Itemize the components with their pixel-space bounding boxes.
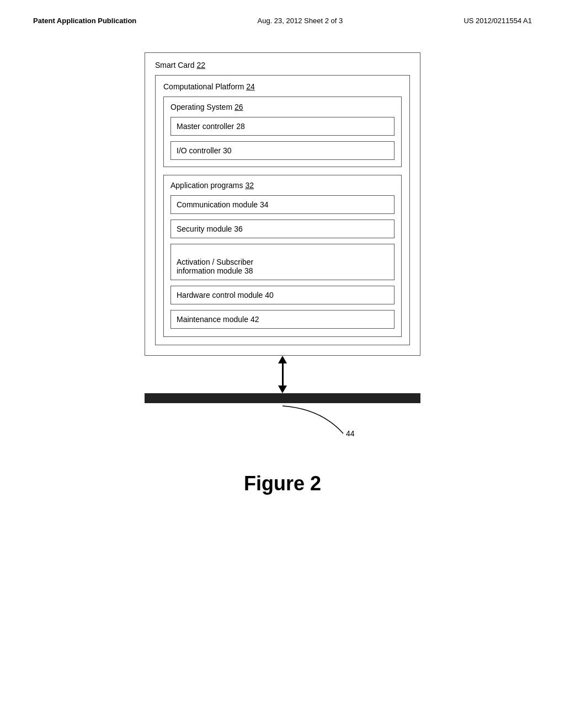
io-controller-box: I/O controller 30 bbox=[170, 141, 395, 160]
smart-card-box: Smart Card 22 Computational Platform 24 … bbox=[145, 52, 420, 356]
arrow-line bbox=[282, 363, 284, 386]
interface-box bbox=[145, 393, 420, 403]
double-arrow bbox=[278, 356, 287, 393]
os-label: Operating System 26 bbox=[170, 103, 395, 111]
security-module-box: Security module 36 bbox=[170, 220, 395, 238]
activation-module-box: Activation / Subscriber information modu… bbox=[170, 244, 395, 280]
os-box: Operating System 26 Master controller 28… bbox=[163, 97, 402, 167]
comp-platform-box: Computational Platform 24 Operating Syst… bbox=[155, 75, 410, 345]
curve-svg: 44 bbox=[255, 403, 376, 439]
arrow-up-icon bbox=[278, 356, 287, 363]
communication-module-box: Communication module 34 bbox=[170, 195, 395, 214]
maintenance-module-box: Maintenance module 42 bbox=[170, 310, 395, 329]
hardware-control-box: Hardware control module 40 bbox=[170, 286, 395, 304]
app-programs-box: Application programs 32 Communication mo… bbox=[163, 175, 402, 337]
smart-card-label: Smart Card 22 bbox=[155, 61, 410, 69]
app-programs-label: Application programs 32 bbox=[170, 181, 395, 190]
page-header: Patent Application Publication Aug. 23, … bbox=[0, 0, 565, 36]
comp-platform-label: Computational Platform 24 bbox=[163, 82, 402, 91]
diagram-area: Smart Card 22 Computational Platform 24 … bbox=[0, 36, 565, 439]
header-center: Aug. 23, 2012 Sheet 2 of 3 bbox=[258, 17, 343, 25]
master-controller-box: Master controller 28 bbox=[170, 117, 395, 136]
arrow-down-icon bbox=[278, 386, 287, 393]
header-left: Patent Application Publication bbox=[33, 17, 136, 25]
figure-label: Figure 2 bbox=[0, 472, 565, 495]
header-right: US 2012/0211554 A1 bbox=[463, 17, 532, 25]
interface-label-area: 44 bbox=[145, 403, 420, 439]
interface-ref-label: 44 bbox=[346, 429, 355, 438]
